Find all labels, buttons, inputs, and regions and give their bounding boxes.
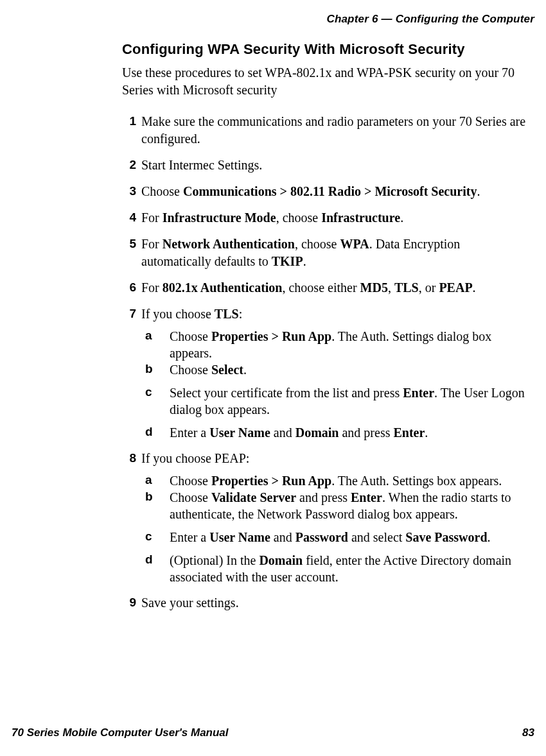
text: If you choose PEAP:: [141, 451, 249, 465]
text: Enter a: [170, 425, 209, 440]
text: Select your certificate from the list an…: [170, 386, 403, 400]
text: , or: [419, 280, 439, 295]
text: , choose: [295, 237, 340, 251]
bold: Domain: [259, 553, 303, 567]
text: , choose either: [282, 280, 360, 295]
text: For: [141, 237, 163, 251]
step-7d: Enter a User Name and Domain and press E…: [141, 424, 528, 441]
bold: Enter: [393, 425, 425, 440]
bold: Properties > Run App: [211, 329, 331, 343]
text: Choose: [170, 363, 211, 377]
text: .: [488, 530, 491, 544]
bold-path: Communications > 802.11 Radio > Microsof…: [183, 184, 477, 198]
bold: Validate Server: [211, 490, 296, 504]
text: :: [239, 307, 243, 321]
running-head: Chapter 6 — Configuring the Computer: [12, 13, 534, 26]
text: .: [477, 184, 480, 198]
bold: PEAP: [439, 280, 472, 295]
bold: Infrastructure: [321, 210, 400, 225]
page: Chapter 6 — Configuring the Computer Con…: [0, 0, 546, 756]
text: Choose: [141, 184, 183, 198]
bold: User Name: [209, 425, 270, 440]
bold: Password: [295, 530, 348, 544]
step-8a: Choose Properties > Run App. The Auth. S…: [141, 472, 528, 489]
text: and: [270, 530, 295, 544]
text: and select: [348, 530, 405, 544]
text: and press: [339, 425, 393, 440]
text: (Optional) In the: [170, 553, 259, 567]
footer-page-number: 83: [522, 726, 534, 739]
step-7a: Choose Properties > Run App. The Auth. S…: [141, 328, 528, 361]
step-6: For 802.1x Authentication, choose either…: [122, 279, 528, 296]
step-4: For Infrastructure Mode, choose Infrastr…: [122, 209, 528, 227]
step-2: Start Intermec Settings.: [122, 157, 528, 174]
step-9: Save your settings.: [122, 594, 528, 612]
step-8b: Choose Validate Server and press Enter. …: [141, 489, 528, 522]
step-7-substeps: Choose Properties > Run App. The Auth. S…: [141, 328, 528, 441]
text: .: [400, 210, 403, 225]
section-title: Configuring WPA Security With Microsoft …: [122, 41, 528, 58]
page-footer: 70 Series Mobile Computer User's Manual …: [12, 726, 534, 739]
text: Choose: [170, 474, 211, 488]
step-8d: (Optional) In the Domain field, enter th…: [141, 552, 528, 585]
text: ,: [388, 280, 394, 295]
step-7: If you choose TLS: Choose Properties > R…: [122, 305, 528, 441]
text: .: [303, 254, 306, 268]
text: .: [425, 425, 428, 440]
step-7b: Choose Select.: [141, 361, 528, 378]
text: Choose: [170, 490, 211, 504]
bold: Network Authentication: [163, 237, 295, 251]
step-7c: Select your certificate from the list an…: [141, 384, 528, 418]
text: .: [243, 363, 247, 377]
step-8-substeps: Choose Properties > Run App. The Auth. S…: [141, 472, 528, 585]
text: .: [473, 280, 476, 295]
bold: TLS: [394, 280, 419, 295]
bold: Select: [211, 363, 243, 377]
bold: MD5: [360, 280, 388, 295]
text: Choose: [170, 329, 211, 343]
text: and press: [296, 490, 351, 504]
text: For: [141, 280, 163, 295]
step-3: Choose Communications > 802.11 Radio > M…: [122, 183, 528, 200]
numbered-steps: Make sure the communications and radio p…: [122, 113, 528, 612]
text: , choose: [276, 210, 322, 225]
bold: TLS: [215, 307, 239, 321]
bold: Save Password: [405, 530, 487, 544]
text: If you choose: [141, 307, 215, 321]
bold: User Name: [209, 530, 270, 544]
bold: Properties > Run App: [211, 474, 331, 488]
bold: Domain: [295, 425, 339, 440]
step-5: For Network Authentication, choose WPA. …: [122, 236, 528, 270]
text: Enter a: [170, 530, 209, 544]
bold: Enter: [403, 386, 434, 400]
step-8: If you choose PEAP: Choose Properties > …: [122, 450, 528, 585]
content-block: Configuring WPA Security With Microsoft …: [122, 41, 528, 612]
bold: TKIP: [272, 254, 303, 268]
bold: 802.1x Authentication: [163, 280, 283, 295]
footer-title: 70 Series Mobile Computer User's Manual: [12, 726, 229, 739]
text: and: [270, 425, 295, 440]
step-1: Make sure the communications and radio p…: [122, 113, 528, 148]
text: . The Auth. Settings box appears.: [331, 474, 502, 488]
step-8c: Enter a User Name and Password and selec…: [141, 529, 528, 546]
bold: Infrastructure Mode: [163, 210, 276, 225]
text: For: [141, 210, 163, 225]
intro-paragraph: Use these procedures to set WPA-802.1x a…: [122, 64, 528, 99]
bold: Enter: [351, 490, 382, 504]
bold: WPA: [340, 237, 369, 251]
